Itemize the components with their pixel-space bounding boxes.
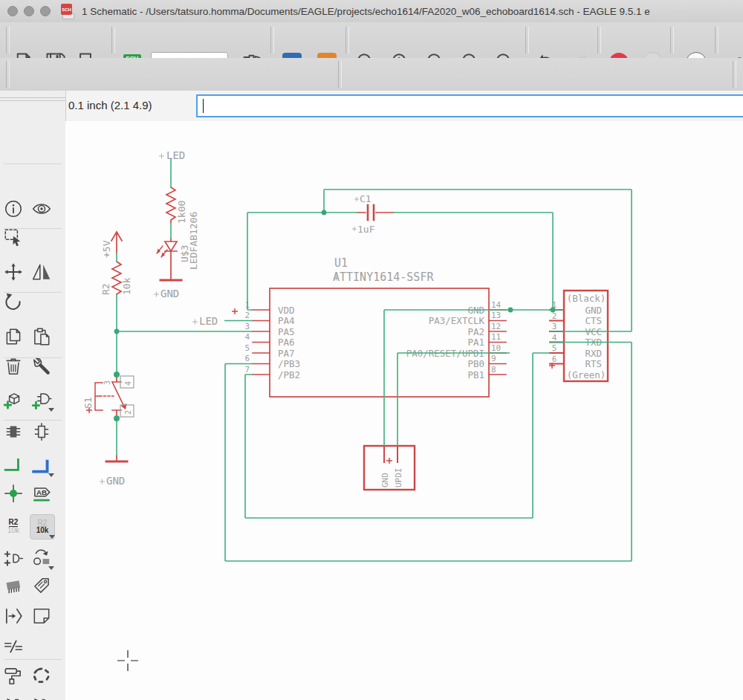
pin-number: 5: [552, 343, 557, 353]
replace-part-tool[interactable]: [1, 420, 25, 444]
add-gate-tool[interactable]: [30, 388, 53, 412]
pinswap-icon: [3, 696, 24, 700]
schematic-canvas[interactable]: U1 ATTINY1614-SSFR VDD PA4 PA5 PA6 PA7 /…: [65, 121, 743, 700]
close-button[interactable]: [7, 6, 18, 16]
ic-filled-icon: [3, 421, 24, 442]
split-tool[interactable]: [1, 635, 25, 658]
pin-number: 3: [244, 322, 250, 331]
clipboard-paste-icon: [31, 326, 52, 347]
info-tool[interactable]: [1, 197, 25, 221]
dock-handle[interactable]: [0, 100, 65, 101]
add-gate-icon: [31, 389, 52, 410]
pin-label: GND: [585, 305, 602, 316]
switch-pin-number: 2: [124, 410, 132, 415]
gate-pinswap-tool[interactable]: [30, 694, 53, 700]
pin-number: 13: [491, 311, 501, 320]
replace-gate-tool[interactable]: [30, 420, 53, 444]
info-icon: [3, 198, 24, 219]
value-tool[interactable]: R2 10k: [30, 514, 55, 539]
port-tool[interactable]: [1, 604, 25, 628]
mirror-tool[interactable]: [30, 260, 53, 284]
copy-tool[interactable]: [1, 325, 25, 349]
updi-pin-label: GND: [380, 473, 390, 487]
dashed-circle-icon: [31, 665, 52, 686]
junction-dot: [508, 308, 513, 313]
titlebar: SCH 1 Schematic - /Users/tatsuro.homma/D…: [0, 0, 743, 23]
resistor-led: [166, 187, 175, 223]
name-icon: R2 10k: [7, 519, 19, 534]
module-tool[interactable]: [1, 574, 25, 597]
frame-icon: [31, 606, 52, 626]
junction-dot: [551, 308, 556, 313]
pin-label: PA5: [278, 326, 295, 337]
command-line[interactable]: [196, 94, 743, 117]
pin-label: /PB2: [278, 369, 300, 380]
r2-value: 10k: [121, 277, 132, 295]
tool-sidebar: AB R2 10k R2 10k: [0, 91, 66, 700]
junction-dot-icon: [3, 483, 24, 504]
pin-label: /PB3: [278, 358, 300, 369]
pin-label: RXD: [585, 348, 602, 359]
minimize-button[interactable]: [24, 6, 34, 16]
command-input[interactable]: [201, 97, 739, 114]
label-tag-icon: AB: [31, 483, 52, 504]
frame-tool[interactable]: [30, 604, 53, 628]
wrench-icon: [31, 356, 52, 377]
pin-number: 12: [491, 322, 501, 331]
selection-rect-cursor-icon: [3, 227, 24, 248]
switch-pin-number: 4: [124, 381, 132, 386]
net-label-led: LED: [166, 149, 185, 161]
pin-label: PA7: [278, 348, 295, 359]
ic-body: [270, 288, 489, 397]
divider: [4, 292, 62, 293]
attribute-tool[interactable]: [30, 574, 53, 597]
pin-label: RTS: [585, 358, 602, 369]
header-top-label: (Black): [567, 293, 606, 304]
net-wire-icon: [3, 455, 24, 476]
price-tag-icon: [31, 575, 52, 596]
separator: [270, 27, 274, 54]
name-tool[interactable]: R2 10k: [1, 514, 25, 538]
group-select-tool[interactable]: [1, 226, 25, 250]
pin-label: PA6: [278, 337, 295, 348]
rotate-tool[interactable]: [1, 290, 25, 314]
main-toolbar: SCH BRD 1/1 SCR ULP: [0, 22, 743, 59]
separator: [338, 61, 342, 88]
paint-tool[interactable]: [1, 664, 25, 687]
polygon-tool[interactable]: [30, 664, 53, 687]
led-value: LEDFAB1206: [188, 212, 199, 270]
zoom-button[interactable]: [40, 6, 51, 16]
gate-swap-icon: [31, 696, 52, 700]
label-tool[interactable]: AB: [30, 482, 53, 505]
dock-handle[interactable]: [0, 97, 65, 98]
smash-tool[interactable]: [30, 546, 53, 570]
paste-tool[interactable]: [30, 325, 53, 349]
separator: [715, 27, 718, 54]
eye-icon: [31, 198, 52, 219]
net-tool[interactable]: [1, 453, 25, 477]
junction-tool[interactable]: [1, 482, 25, 505]
switch-name: S1: [82, 397, 94, 409]
separator: [670, 27, 674, 54]
pin-number: 7: [244, 365, 250, 375]
separator: [345, 27, 349, 54]
pinswap-tool[interactable]: [1, 694, 25, 700]
updi-pin-label: UPDI: [394, 468, 403, 488]
show-tool[interactable]: [30, 197, 53, 221]
cap-name: C1: [360, 193, 372, 204]
gateswap-tool[interactable]: [1, 546, 25, 570]
resistor-r2: [112, 262, 121, 294]
cap-value: 1uF: [357, 224, 375, 235]
pin-label: VDD: [278, 305, 295, 316]
divider: [4, 228, 62, 229]
vcc-symbol: [111, 232, 122, 253]
bus-tool[interactable]: [30, 453, 53, 477]
pin-number: 3: [552, 322, 557, 331]
move-tool[interactable]: [1, 260, 25, 284]
switch-pin-number: 3: [103, 380, 111, 385]
pin-number: 10: [491, 343, 501, 353]
chip-icon: [3, 575, 24, 596]
add-part-tool[interactable]: [1, 388, 25, 412]
window-title: 1 Schematic - /Users/tatsuro.homma/Docum…: [82, 6, 650, 17]
junction-dot: [114, 329, 120, 334]
